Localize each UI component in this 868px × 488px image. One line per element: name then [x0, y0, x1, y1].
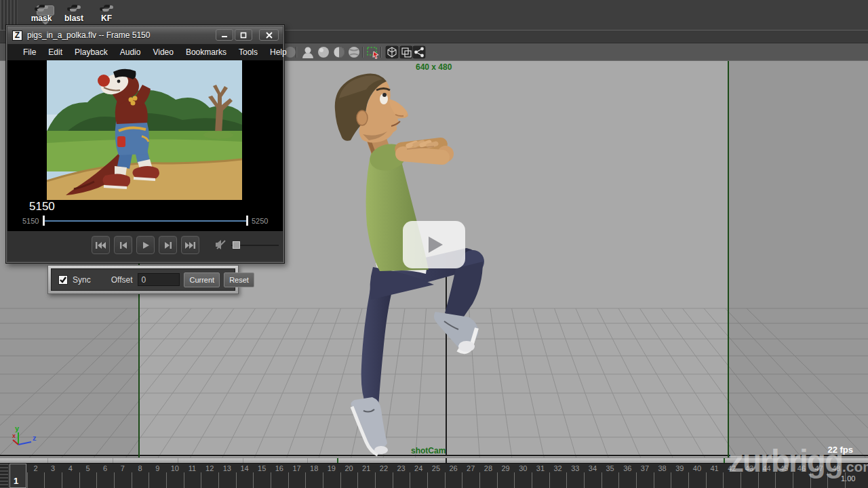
textured-shade-icon[interactable]: [347, 45, 361, 59]
timeline-frame-number[interactable]: 17: [288, 464, 306, 472]
current-frame-marker[interactable]: 1: [9, 464, 26, 488]
timeline-frame-number[interactable]: 38: [654, 464, 671, 472]
timeline-frame-number[interactable]: 21: [357, 464, 375, 472]
timeline-frame-number[interactable]: 6: [96, 464, 114, 472]
timeline-tick: [410, 472, 410, 488]
reset-button[interactable]: Reset: [224, 272, 254, 287]
menu-help[interactable]: Help: [264, 45, 293, 60]
timeline-frame-number[interactable]: 25: [427, 464, 445, 472]
timeline-frame-number[interactable]: 40: [688, 464, 706, 472]
timeline-frame-number[interactable]: 32: [549, 464, 567, 472]
timeline-frame-number[interactable]: 33: [566, 464, 584, 472]
timeline-frame-number[interactable]: 31: [532, 464, 549, 472]
step-back-button[interactable]: [114, 236, 132, 254]
timeline-frame-number[interactable]: 22: [375, 464, 393, 472]
timeline-frame-number[interactable]: 36: [618, 464, 636, 472]
timeline-frame-number[interactable]: 28: [479, 464, 497, 472]
sync-panel: Sync Offset Current Reset: [47, 265, 239, 294]
timeline-frame-number[interactable]: 26: [445, 464, 462, 472]
timeline-frame-number[interactable]: 30: [514, 464, 532, 472]
timeline-tick: [584, 472, 585, 488]
timeline-tick: [427, 472, 428, 488]
timeline-frame-number[interactable]: 4: [62, 464, 79, 472]
slider-end-handle[interactable]: [246, 216, 248, 226]
resolution-gate-right: [728, 61, 729, 458]
timeline-frame-number[interactable]: 23: [393, 464, 410, 472]
timeline-frame-number[interactable]: 15: [253, 464, 271, 472]
timeline-frame-number[interactable]: 20: [340, 464, 358, 472]
timeline-frame-number[interactable]: 16: [271, 464, 288, 472]
maximize-button[interactable]: [235, 29, 252, 41]
timeline-frame-number[interactable]: 24: [410, 464, 427, 472]
timeline-tick: [44, 472, 45, 488]
share-graph-icon[interactable]: [412, 45, 426, 59]
step-forward-button[interactable]: [159, 236, 177, 254]
timeline-tick: [723, 472, 724, 488]
timeline-frame-number[interactable]: 9: [149, 464, 166, 472]
selection-highlight-icon[interactable]: [366, 45, 380, 59]
shelf-button-blast[interactable]: blast: [60, 1, 88, 23]
shelf-button-mask[interactable]: mask: [27, 1, 56, 23]
timeline-frame-number[interactable]: 12: [201, 464, 218, 472]
timeline-frame-number[interactable]: 37: [636, 464, 654, 472]
toolbar-separator: [296, 47, 297, 58]
timeline-tick: [62, 472, 62, 488]
frame-scrub-slider[interactable]: [43, 220, 246, 222]
smooth-shade-icon[interactable]: [332, 45, 346, 59]
menu-file[interactable]: File: [17, 45, 42, 60]
timeline-tick: [445, 472, 446, 488]
menu-edit[interactable]: Edit: [42, 45, 68, 60]
menu-bookmarks[interactable]: Bookmarks: [180, 45, 233, 60]
timeline-frame-number[interactable]: 10: [166, 464, 184, 472]
go-to-start-button[interactable]: [92, 236, 110, 254]
timeline-frame-number[interactable]: 7: [114, 464, 132, 472]
timeline-frame-number[interactable]: 8: [132, 464, 149, 472]
time-slider-grip[interactable]: [0, 464, 9, 488]
timeline-frame-number[interactable]: 13: [218, 464, 236, 472]
timeline-frame-number[interactable]: 2: [27, 464, 45, 472]
close-button[interactable]: [259, 29, 279, 41]
timeline-frame-number[interactable]: 29: [497, 464, 515, 472]
menu-playback[interactable]: Playback: [68, 45, 114, 60]
isolate-select-cube-icon[interactable]: [385, 45, 399, 59]
minimize-button[interactable]: [216, 29, 233, 41]
timeline-frame-number[interactable]: 18: [305, 464, 323, 472]
mute-icon[interactable]: [215, 239, 227, 250]
offset-label: Offset: [111, 275, 133, 285]
timeline-frame-number[interactable]: 19: [323, 464, 340, 472]
timeline-frame-number[interactable]: 34: [584, 464, 601, 472]
default-material-icon[interactable]: [301, 45, 315, 59]
timeline-frame-number[interactable]: 14: [236, 464, 254, 472]
current-button[interactable]: Current: [184, 272, 220, 287]
timeline-frame-number[interactable]: 39: [671, 464, 688, 472]
play-overlay-button[interactable]: [403, 221, 465, 268]
sync-checkbox[interactable]: [58, 275, 68, 285]
app-icon: Z: [12, 30, 22, 41]
timeline-frame-number[interactable]: 27: [462, 464, 479, 472]
menu-video[interactable]: Video: [146, 45, 179, 60]
timeline-frame-number[interactable]: 35: [601, 464, 619, 472]
window-titlebar[interactable]: Z pigs_in_a_polka.flv -- Frame 5150: [7, 26, 283, 44]
volume-handle[interactable]: [233, 241, 240, 249]
layers-icon[interactable]: [399, 45, 413, 59]
timeline-frame-number[interactable]: 11: [184, 464, 201, 472]
wireframe-shade-icon[interactable]: [317, 45, 330, 59]
range-end-label: 5250: [252, 217, 268, 225]
video-display[interactable]: 5150 5150 5250: [7, 60, 283, 231]
shelf-button-KF[interactable]: KF: [92, 1, 121, 23]
timeline-tick: [340, 472, 341, 488]
menu-tools[interactable]: Tools: [233, 45, 264, 60]
slider-start-handle[interactable]: [43, 216, 45, 226]
timeline-frame-number[interactable]: 3: [44, 464, 62, 472]
go-to-end-button[interactable]: [181, 236, 199, 254]
timeline-tick: [618, 472, 619, 488]
menu-audio[interactable]: Audio: [114, 45, 147, 60]
video-reference-window: Z pigs_in_a_polka.flv -- Frame 5150 File…: [5, 24, 285, 264]
video-frame-cartoon: [47, 60, 242, 200]
play-button[interactable]: [136, 236, 155, 254]
timeline-frame-number[interactable]: 41: [706, 464, 724, 472]
offset-input[interactable]: [138, 273, 180, 286]
play-icon: [420, 231, 448, 258]
current-frame-number: 1: [14, 476, 18, 486]
timeline-frame-number[interactable]: 5: [79, 464, 97, 472]
